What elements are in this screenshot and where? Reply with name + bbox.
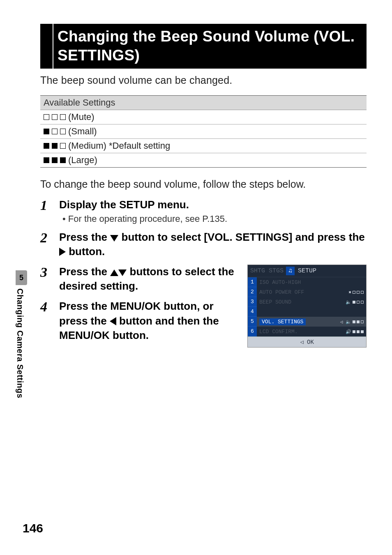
available-settings-table: Available Settings (Mute) (Small) (Mediu…: [40, 95, 367, 168]
speaker-icon: ◁ 🔈: [340, 319, 351, 325]
lcd-row-value: ✖: [348, 290, 364, 295]
step-text-a: Press the: [59, 231, 110, 243]
lcd-bottom-bar: ◁ OK: [248, 336, 366, 347]
empty-square-icon: [60, 129, 66, 134]
lcd-row-label: VOL. SETTINGS: [259, 318, 306, 325]
lcd-row-number: 1: [248, 277, 257, 287]
filled-square-icon: [44, 143, 49, 149]
settings-row: (Small): [40, 124, 367, 139]
settings-row-label: (Mute): [68, 112, 95, 122]
lcd-rows: ISO AUTO-HIGHAUTO POWER OFF✖BEEP SOUND🔈V…: [257, 277, 366, 336]
filled-square-icon: [353, 320, 355, 323]
lcd-row-selected: VOL. SETTINGS◁ 🔈: [257, 317, 366, 327]
empty-square-icon: [357, 291, 360, 294]
lcd-row: BEEP SOUND🔈: [257, 297, 366, 307]
section-title: Changing the Beep Sound Volume (VOL. SET…: [40, 24, 367, 69]
filled-square-icon: [52, 157, 58, 163]
lcd-row-label: AUTO POWER OFF: [259, 289, 304, 295]
lead-text: To change the beep sound volume, follow …: [40, 178, 367, 190]
empty-square-icon: [361, 320, 364, 323]
left-arrow-icon: [110, 317, 116, 325]
steps-list: 1 Display the SETUP menu. • For the oper…: [40, 198, 367, 348]
filled-square-icon: [44, 129, 49, 134]
speaker-icon: ✖: [348, 290, 351, 295]
intro-text: The beep sound volume can be changed.: [40, 74, 367, 86]
step-number: 3: [40, 265, 59, 279]
step-title: Press the button to select [VOL. SETTING…: [59, 230, 367, 259]
filled-square-icon: [353, 330, 355, 333]
lcd-row: AUTO POWER OFF✖: [257, 287, 366, 297]
lcd-row: LCD CONFIRM.🔊: [257, 327, 366, 336]
speaker-icon: 🔊: [346, 329, 351, 334]
filled-square-icon: [357, 330, 360, 333]
step-number: 2: [40, 230, 59, 245]
filled-square-icon: [60, 157, 66, 163]
empty-square-icon: [52, 114, 58, 120]
filled-square-icon: [52, 143, 58, 149]
lcd-row-numbers: 123456: [248, 277, 257, 336]
settings-row-label: (Medium) *Default setting: [68, 140, 170, 151]
step-text-a: Press the: [59, 265, 110, 278]
lcd-row-number: 5: [248, 317, 257, 327]
down-arrow-icon: [110, 235, 118, 242]
lcd-row: [257, 307, 366, 317]
lcd-row-number: 4: [248, 307, 257, 317]
settings-row: (Large): [40, 153, 367, 168]
empty-square-icon: [353, 291, 355, 294]
step-2: 2 Press the button to select [VOL. SETTI…: [40, 230, 367, 259]
filled-square-icon: [353, 301, 355, 304]
filled-square-icon: [357, 320, 360, 323]
empty-square-icon: [60, 143, 66, 149]
empty-square-icon: [52, 129, 58, 134]
step-title: Display the SETUP menu.: [59, 198, 367, 212]
step-subtext: • For the operating procedure, see P.135…: [59, 214, 367, 224]
lcd-tabs: SHTG STGS ♫ SETUP: [248, 265, 366, 277]
step-text-b: button to select [VOL. SETTINGS] and pre…: [118, 231, 365, 243]
empty-square-icon: [357, 301, 360, 304]
step-1: 1 Display the SETUP menu. • For the oper…: [40, 198, 367, 224]
settings-row: (Medium) *Default setting: [40, 139, 367, 153]
lcd-row-value: 🔈: [346, 299, 364, 305]
filled-square-icon: [361, 330, 364, 333]
lcd-row-number: 6: [248, 327, 257, 336]
empty-square-icon: [60, 114, 66, 120]
step-4: 4 Press the MENU/OK button, or press the…: [40, 299, 240, 342]
page-number: 146: [23, 521, 43, 535]
speaker-icon: 🔈: [346, 299, 351, 305]
lcd-row-label: ISO AUTO-HIGH: [259, 279, 301, 286]
empty-square-icon: [361, 291, 364, 294]
step-title: Press the MENU/OK button, or press the b…: [59, 299, 240, 342]
right-arrow-icon: [59, 248, 66, 256]
settings-row-label: (Small): [68, 126, 97, 137]
lcd-row-value: 🔊: [346, 329, 364, 334]
lcd-tab-icon: ♫: [286, 267, 295, 275]
lcd-row: ISO AUTO-HIGH: [257, 277, 366, 287]
filled-square-icon: [44, 157, 49, 163]
up-arrow-icon: [110, 269, 118, 276]
empty-square-icon: [361, 301, 364, 304]
settings-row: (Mute): [40, 110, 367, 124]
lcd-tab-setup: SETUP: [295, 267, 366, 274]
step-title: Press the buttons to select the desired …: [59, 265, 240, 293]
lcd-row-number: 3: [248, 297, 257, 307]
step-3: 3 Press the buttons to select the desire…: [40, 265, 240, 293]
settings-header: Available Settings: [40, 95, 367, 110]
down-arrow-icon: [118, 269, 127, 276]
lcd-tab-dim: SHTG STGS: [248, 267, 286, 274]
lcd-row-label: LCD CONFIRM.: [259, 329, 298, 335]
step-text-c: button.: [66, 245, 105, 258]
lcd-row-number: 2: [248, 287, 257, 297]
empty-square-icon: [44, 114, 49, 120]
chapter-number-tab: 5: [16, 270, 27, 285]
lcd-row-label: BEEP SOUND: [259, 299, 291, 305]
title-marker: [40, 24, 53, 69]
step-number: 4: [40, 299, 59, 314]
step-number: 1: [40, 198, 59, 212]
camera-lcd-screenshot: SHTG STGS ♫ SETUP 123456 ISO AUTO-HIGHAU…: [247, 265, 367, 348]
lcd-row-value: ◁ 🔈: [340, 319, 364, 325]
title-text: Changing the Beep Sound Volume (VOL. SET…: [53, 24, 367, 69]
chapter-caption: Changing Camera Settings: [15, 288, 25, 398]
settings-row-label: (Large): [68, 155, 97, 166]
